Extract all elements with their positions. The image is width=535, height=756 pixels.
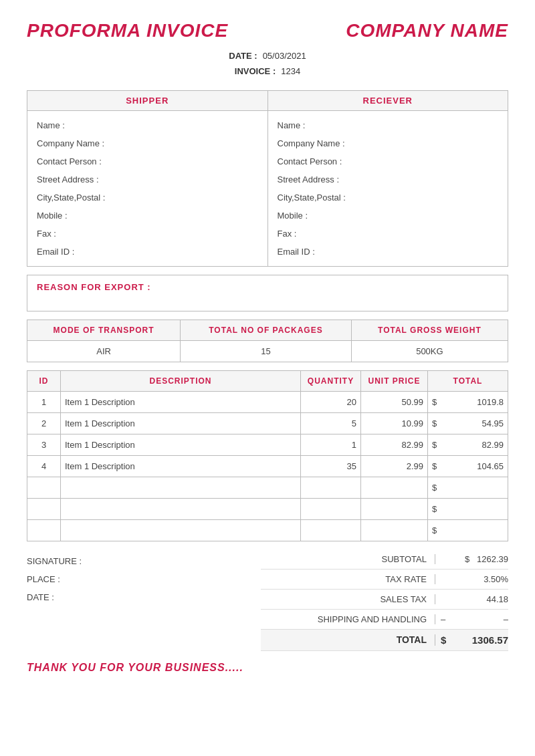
shipper-header: SHIPPER <box>27 90 268 110</box>
transport-weight-value: 500KG <box>351 340 508 362</box>
subtotal-row: SUBTOTAL $ 1262.39 <box>261 549 508 570</box>
taxrate-row: TAX RATE 3.50% <box>261 570 508 590</box>
shipper-mobile: Mobile : <box>37 207 258 225</box>
item-quantity: 20 <box>301 391 361 412</box>
company-name: COMPANY NAME <box>346 20 508 41</box>
item-quantity: 5 <box>301 412 361 434</box>
subtotal-dollar: $ <box>465 554 469 564</box>
document-title: PROFORMA INVOICE <box>27 20 228 41</box>
item-dollar: $ <box>432 440 437 450</box>
table-row: 1 Item 1 Description 20 50.99 $ 1019.8 <box>27 391 508 412</box>
invoice-row: INVOICE : 1234 <box>27 64 508 79</box>
item-quantity: 35 <box>301 455 361 477</box>
item-id: 4 <box>27 455 61 477</box>
transport-row: AIR 15 500KG <box>27 340 508 362</box>
footer-section: THANK YOU FOR YOUR BUSINESS..... <box>27 662 508 674</box>
col-quantity-header: QUANTITY <box>301 370 361 391</box>
item-total: $ <box>428 498 508 519</box>
item-quantity <box>301 519 361 541</box>
subtotal-value: $ 1262.39 <box>435 554 508 564</box>
item-quantity <box>301 477 361 498</box>
item-total: $ 1019.8 <box>428 391 508 412</box>
item-total-value: 104.65 <box>477 461 504 471</box>
receiver-street: Street Address : <box>278 170 499 188</box>
sig-date-row: DATE : <box>27 588 261 606</box>
receiver-name: Name : <box>278 116 499 134</box>
table-row: $ <box>27 498 508 519</box>
salestax-row: SALES TAX 44.18 <box>261 590 508 610</box>
item-id <box>27 519 61 541</box>
table-row: 3 Item 1 Description 1 82.99 $ 82.99 <box>27 434 508 455</box>
receiver-cell: Name : Company Name : Contact Person : S… <box>268 110 508 266</box>
parties-table: SHIPPER RECIEVER Name : Company Name : C… <box>27 90 508 267</box>
table-row: 4 Item 1 Description 35 2.99 $ 104.65 <box>27 455 508 477</box>
subtotal-label: SUBTOTAL <box>261 554 435 564</box>
shipping-row: SHIPPING AND HANDLING – – <box>261 610 508 630</box>
totals-section: SUBTOTAL $ 1262.39 TAX RATE 3.50% SALES … <box>261 549 508 651</box>
item-id <box>27 477 61 498</box>
col-total-header: TOTAL <box>428 370 508 391</box>
total-final-label: TOTAL <box>261 634 435 645</box>
item-quantity <box>301 498 361 519</box>
item-unitprice <box>361 498 428 519</box>
item-dollar: $ <box>432 525 437 535</box>
shipping-dash2: – <box>504 614 508 624</box>
item-id <box>27 498 61 519</box>
taxrate-label: TAX RATE <box>261 574 435 584</box>
item-unitprice: 82.99 <box>361 434 428 455</box>
item-total-value: 1019.8 <box>477 397 504 407</box>
date-row: DATE : 05/03/2021 <box>27 48 508 64</box>
document-meta: DATE : 05/03/2021 INVOICE : 1234 <box>27 48 508 80</box>
shipper-name: Name : <box>37 116 258 134</box>
item-description <box>61 498 301 519</box>
item-dollar: $ <box>432 483 437 493</box>
total-amount: 1306.57 <box>472 634 508 646</box>
shipper-fax: Fax : <box>37 225 258 243</box>
transport-weight-header: TOTAL GROSS WEIGHT <box>351 320 508 340</box>
item-total: $ 82.99 <box>428 434 508 455</box>
item-id: 1 <box>27 391 61 412</box>
item-dollar: $ <box>432 418 437 428</box>
col-description-header: DESCRIPTION <box>61 370 301 391</box>
item-total-value: 54.95 <box>481 418 504 428</box>
item-unitprice <box>361 477 428 498</box>
salestax-value: 44.18 <box>435 594 508 604</box>
item-total: $ <box>428 477 508 498</box>
subtotal-amount: 1262.39 <box>477 554 508 564</box>
table-row: $ <box>27 477 508 498</box>
item-description: Item 1 Description <box>61 412 301 434</box>
transport-mode-header: MODE OF TRANSPORT <box>27 320 181 340</box>
item-quantity: 1 <box>301 434 361 455</box>
item-description: Item 1 Description <box>61 434 301 455</box>
item-total: $ 104.65 <box>428 455 508 477</box>
shipper-cell: Name : Company Name : Contact Person : S… <box>27 110 268 266</box>
place-row: PLACE : <box>27 570 261 588</box>
shipping-label: SHIPPING AND HANDLING <box>261 614 435 624</box>
table-row: $ <box>27 519 508 541</box>
receiver-contact: Contact Person : <box>278 152 499 170</box>
reason-export-label: REASON FOR EXPORT : <box>37 282 151 292</box>
item-description: Item 1 Description <box>61 391 301 412</box>
salestax-label: SALES TAX <box>261 594 435 604</box>
transport-packages-value: 15 <box>181 340 352 362</box>
taxrate-value: 3.50% <box>435 574 508 584</box>
reason-export-section: REASON FOR EXPORT : <box>27 275 508 311</box>
item-total: $ 54.95 <box>428 412 508 434</box>
item-total: $ <box>428 519 508 541</box>
shipping-dash1: – <box>441 614 445 624</box>
receiver-email: Email ID : <box>278 243 499 261</box>
item-description <box>61 519 301 541</box>
item-id: 3 <box>27 434 61 455</box>
document-header: PROFORMA INVOICE COMPANY NAME <box>27 20 508 41</box>
total-final-row: TOTAL $ 1306.57 <box>261 630 508 651</box>
bottom-section: SIGNATURE : PLACE : DATE : SUBTOTAL $ 12… <box>27 549 508 651</box>
shipper-contact: Contact Person : <box>37 152 258 170</box>
col-unitprice-header: UNIT PRICE <box>361 370 428 391</box>
item-dollar: $ <box>432 397 437 407</box>
thank-you-text: THANK YOU FOR YOUR BUSINESS..... <box>27 662 508 674</box>
item-unitprice: 50.99 <box>361 391 428 412</box>
item-description: Item 1 Description <box>61 455 301 477</box>
items-table: ID DESCRIPTION QUANTITY UNIT PRICE TOTAL… <box>27 370 508 541</box>
receiver-header: RECIEVER <box>268 90 508 110</box>
item-unitprice: 10.99 <box>361 412 428 434</box>
